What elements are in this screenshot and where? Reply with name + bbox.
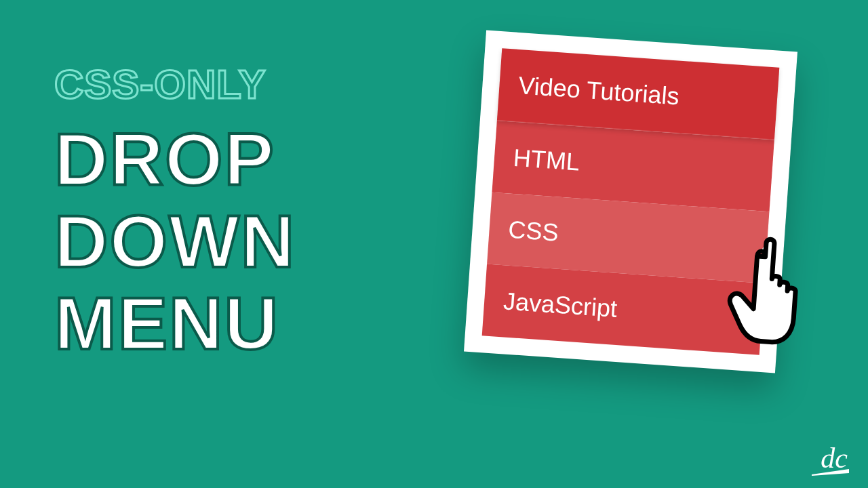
title-line-1: DROP [54, 118, 296, 200]
main-title: DROP DOWN MENU [54, 118, 296, 364]
cursor-hand-icon [718, 227, 835, 357]
dropdown-option-label: JavaScript [502, 287, 618, 323]
title-line-2: DOWN [54, 200, 296, 282]
dropdown-option-label: HTML [513, 144, 581, 176]
logo-underline [812, 469, 849, 476]
title-block: CSS-ONLY DROP DOWN MENU [54, 61, 296, 364]
dropdown-header-label: Video Tutorials [517, 71, 680, 110]
title-line-3: MENU [54, 282, 296, 364]
dropdown-option-label: CSS [507, 216, 559, 247]
svg-marker-0 [812, 469, 849, 476]
eyebrow-text: CSS-ONLY [54, 61, 296, 108]
